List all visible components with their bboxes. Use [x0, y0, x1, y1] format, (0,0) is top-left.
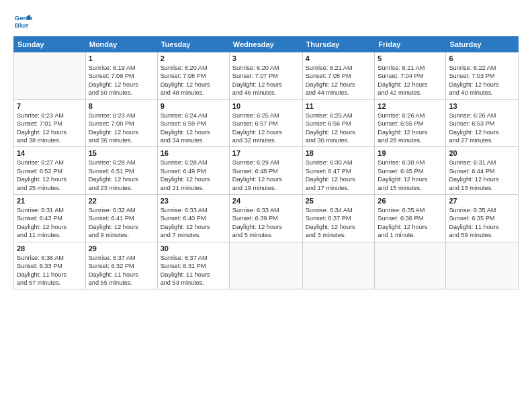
day-info: Sunrise: 6:28 AM Sunset: 6:51 PM Dayligh… [89, 158, 154, 192]
svg-text:Blue: Blue [15, 21, 29, 29]
day-info: Sunrise: 6:37 AM Sunset: 6:32 PM Dayligh… [89, 254, 154, 287]
calendar-cell: 10Sunrise: 6:25 AM Sunset: 6:57 PM Dayli… [229, 99, 302, 147]
day-number: 23 [161, 197, 226, 205]
day-number: 7 [17, 102, 83, 110]
calendar-cell: 30Sunrise: 6:37 AM Sunset: 6:31 PM Dayli… [157, 242, 229, 289]
day-number: 12 [378, 102, 443, 110]
calendar-cell: 2Sunrise: 6:20 AM Sunset: 7:08 PM Daylig… [157, 52, 229, 100]
day-info: Sunrise: 6:21 AM Sunset: 7:05 PM Dayligh… [306, 64, 372, 97]
day-number: 28 [17, 244, 83, 253]
day-number: 4 [306, 54, 372, 62]
calendar-cell: 7Sunrise: 6:23 AM Sunset: 7:01 PM Daylig… [14, 99, 86, 147]
calendar-week-row: 1Sunrise: 6:19 AM Sunset: 7:09 PM Daylig… [14, 52, 519, 100]
day-number: 15 [89, 149, 154, 157]
calendar-cell: 25Sunrise: 6:34 AM Sunset: 6:37 PM Dayli… [302, 195, 375, 242]
day-info: Sunrise: 6:31 AM Sunset: 6:43 PM Dayligh… [17, 206, 83, 240]
calendar-cell: 4Sunrise: 6:21 AM Sunset: 7:05 PM Daylig… [302, 52, 375, 100]
weekday-header: Thursday [302, 37, 375, 52]
calendar-cell [446, 242, 519, 289]
day-info: Sunrise: 6:30 AM Sunset: 6:47 PM Dayligh… [306, 158, 372, 192]
day-info: Sunrise: 6:24 AM Sunset: 6:59 PM Dayligh… [161, 111, 226, 145]
calendar-cell: 22Sunrise: 6:32 AM Sunset: 6:41 PM Dayli… [85, 195, 157, 242]
day-info: Sunrise: 6:25 AM Sunset: 6:56 PM Dayligh… [306, 111, 372, 145]
weekday-header: Tuesday [157, 37, 229, 52]
day-number: 10 [232, 102, 300, 110]
calendar-cell: 26Sunrise: 6:35 AM Sunset: 6:36 PM Dayli… [375, 195, 446, 242]
day-info: Sunrise: 6:35 AM Sunset: 6:35 PM Dayligh… [449, 206, 515, 240]
calendar-cell: 6Sunrise: 6:22 AM Sunset: 7:03 PM Daylig… [446, 52, 519, 100]
calendar-cell: 27Sunrise: 6:35 AM Sunset: 6:35 PM Dayli… [446, 195, 519, 242]
calendar-cell: 5Sunrise: 6:21 AM Sunset: 7:04 PM Daylig… [375, 52, 446, 100]
calendar-table: SundayMondayTuesdayWednesdayThursdayFrid… [13, 36, 519, 289]
calendar-cell: 14Sunrise: 6:27 AM Sunset: 6:52 PM Dayli… [14, 147, 86, 195]
calendar-header-row: SundayMondayTuesdayWednesdayThursdayFrid… [14, 37, 519, 52]
logo-icon: General Blue [13, 12, 32, 31]
day-number: 30 [161, 244, 226, 253]
weekday-header: Wednesday [229, 37, 302, 52]
weekday-header: Saturday [446, 37, 519, 52]
calendar-cell: 9Sunrise: 6:24 AM Sunset: 6:59 PM Daylig… [157, 99, 229, 147]
weekday-header: Sunday [14, 37, 86, 52]
day-info: Sunrise: 6:28 AM Sunset: 6:49 PM Dayligh… [161, 158, 226, 192]
day-number: 27 [449, 197, 515, 205]
day-info: Sunrise: 6:27 AM Sunset: 6:52 PM Dayligh… [17, 158, 83, 192]
day-number: 13 [449, 102, 515, 110]
day-info: Sunrise: 6:32 AM Sunset: 6:41 PM Dayligh… [89, 206, 154, 240]
calendar-cell: 23Sunrise: 6:33 AM Sunset: 6:40 PM Dayli… [157, 195, 229, 242]
day-info: Sunrise: 6:22 AM Sunset: 7:03 PM Dayligh… [449, 64, 515, 97]
weekday-header: Friday [375, 37, 446, 52]
calendar-cell: 19Sunrise: 6:30 AM Sunset: 6:45 PM Dayli… [375, 147, 446, 195]
calendar-cell: 15Sunrise: 6:28 AM Sunset: 6:51 PM Dayli… [85, 147, 157, 195]
day-info: Sunrise: 6:29 AM Sunset: 6:48 PM Dayligh… [232, 158, 300, 192]
calendar-cell: 1Sunrise: 6:19 AM Sunset: 7:09 PM Daylig… [85, 52, 157, 100]
day-number: 1 [89, 54, 154, 62]
calendar-cell: 18Sunrise: 6:30 AM Sunset: 6:47 PM Dayli… [302, 147, 375, 195]
day-info: Sunrise: 6:19 AM Sunset: 7:09 PM Dayligh… [89, 64, 154, 97]
calendar-cell: 13Sunrise: 6:26 AM Sunset: 6:53 PM Dayli… [446, 99, 519, 147]
day-info: Sunrise: 6:23 AM Sunset: 7:01 PM Dayligh… [17, 111, 83, 145]
day-number: 8 [89, 102, 154, 110]
day-info: Sunrise: 6:35 AM Sunset: 6:36 PM Dayligh… [378, 206, 443, 240]
day-info: Sunrise: 6:31 AM Sunset: 6:44 PM Dayligh… [449, 158, 515, 192]
calendar-cell: 29Sunrise: 6:37 AM Sunset: 6:32 PM Dayli… [85, 242, 157, 289]
calendar-week-row: 14Sunrise: 6:27 AM Sunset: 6:52 PM Dayli… [14, 147, 519, 195]
calendar-week-row: 28Sunrise: 6:36 AM Sunset: 6:33 PM Dayli… [14, 242, 519, 289]
header: General Blue [13, 12, 519, 31]
day-number: 17 [232, 149, 300, 157]
calendar-cell: 21Sunrise: 6:31 AM Sunset: 6:43 PM Dayli… [14, 195, 86, 242]
day-number: 26 [378, 197, 443, 205]
calendar-week-row: 21Sunrise: 6:31 AM Sunset: 6:43 PM Dayli… [14, 195, 519, 242]
day-number: 6 [449, 54, 515, 62]
day-number: 21 [17, 197, 83, 205]
day-info: Sunrise: 6:25 AM Sunset: 6:57 PM Dayligh… [232, 111, 300, 145]
day-info: Sunrise: 6:33 AM Sunset: 6:40 PM Dayligh… [161, 206, 226, 240]
day-number: 24 [232, 197, 300, 205]
day-info: Sunrise: 6:30 AM Sunset: 6:45 PM Dayligh… [378, 158, 443, 192]
day-number: 18 [306, 149, 372, 157]
day-info: Sunrise: 6:26 AM Sunset: 6:53 PM Dayligh… [449, 111, 515, 145]
day-info: Sunrise: 6:34 AM Sunset: 6:37 PM Dayligh… [306, 206, 372, 240]
calendar-cell: 11Sunrise: 6:25 AM Sunset: 6:56 PM Dayli… [302, 99, 375, 147]
day-info: Sunrise: 6:26 AM Sunset: 6:55 PM Dayligh… [378, 111, 443, 145]
calendar-week-row: 7Sunrise: 6:23 AM Sunset: 7:01 PM Daylig… [14, 99, 519, 147]
calendar-cell [302, 242, 375, 289]
calendar-cell: 8Sunrise: 6:23 AM Sunset: 7:00 PM Daylig… [85, 99, 157, 147]
day-info: Sunrise: 6:37 AM Sunset: 6:31 PM Dayligh… [161, 254, 226, 287]
calendar-cell: 12Sunrise: 6:26 AM Sunset: 6:55 PM Dayli… [375, 99, 446, 147]
calendar-cell [229, 242, 302, 289]
day-number: 14 [17, 149, 83, 157]
calendar-cell [375, 242, 446, 289]
calendar-cell: 24Sunrise: 6:33 AM Sunset: 6:39 PM Dayli… [229, 195, 302, 242]
day-number: 19 [378, 149, 443, 157]
page: General Blue SundayMondayTuesdayWednesda… [0, 0, 532, 411]
day-info: Sunrise: 6:20 AM Sunset: 7:08 PM Dayligh… [161, 64, 226, 97]
day-number: 3 [232, 54, 300, 62]
day-number: 5 [378, 54, 443, 62]
day-info: Sunrise: 6:21 AM Sunset: 7:04 PM Dayligh… [378, 64, 443, 97]
calendar-cell: 3Sunrise: 6:20 AM Sunset: 7:07 PM Daylig… [229, 52, 302, 100]
day-info: Sunrise: 6:20 AM Sunset: 7:07 PM Dayligh… [232, 64, 300, 97]
calendar-cell: 16Sunrise: 6:28 AM Sunset: 6:49 PM Dayli… [157, 147, 229, 195]
weekday-header: Monday [85, 37, 157, 52]
day-info: Sunrise: 6:36 AM Sunset: 6:33 PM Dayligh… [17, 254, 83, 287]
day-number: 9 [161, 102, 226, 110]
